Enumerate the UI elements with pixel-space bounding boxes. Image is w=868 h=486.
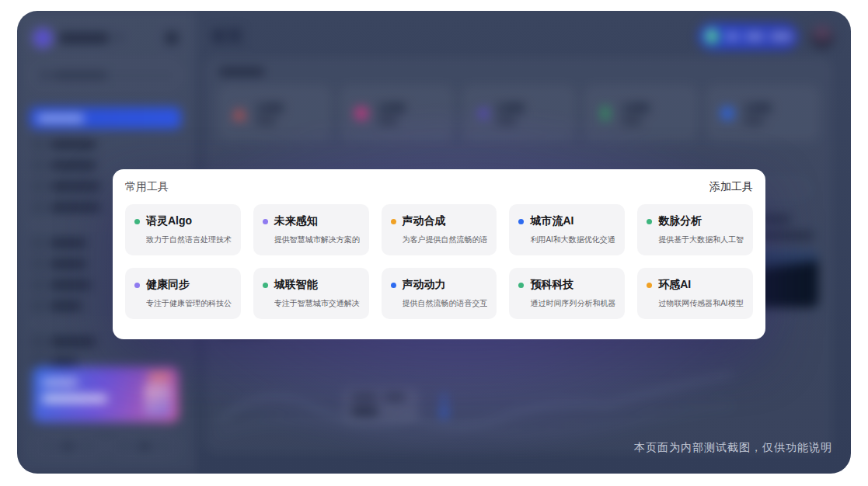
tool-card[interactable]: 未来感知 提供智慧城市解决方案的创... [253,204,369,255]
tool-name: 环感AI [658,278,691,292]
sidebar-item-active[interactable] [30,107,181,129]
stat-label-placeholder [256,119,276,124]
chevron-down-icon[interactable] [115,36,123,40]
tool-description: 通过时间序列分析和机器学... [530,298,615,309]
tool-description: 提供自然流畅的语音交互解... [403,298,488,309]
stats-section-label-placeholder [219,68,264,75]
tool-name: 健康同步 [146,278,190,292]
chart-tooltip [343,388,418,422]
tool-status-dot-icon [391,219,396,224]
sidebar-promo-card[interactable] [33,366,179,422]
tool-status-dot-icon [518,283,524,288]
tool-card[interactable]: 数脉分析 提供基于大数据和人工智能... [637,204,753,255]
stat-label-placeholder [378,119,398,124]
sidebar-bottom-button-1[interactable] [33,436,102,456]
tool-name: 未来感知 [274,214,318,228]
stat-icon [354,106,368,120]
tool-status-dot-icon [518,219,524,224]
stat-icon [476,106,487,120]
modal-title: 常用工具 [125,180,169,194]
tool-description: 为客户提供自然流畅的语音... [403,234,488,245]
tool-name: 声动动力 [403,278,446,292]
tool-status-dot-icon [647,283,652,288]
tool-name: 城市流AI [530,214,573,228]
stat-value: 1289 [744,102,772,115]
tool-name: 语灵Algo [146,214,192,228]
stat-value: 1289 [622,102,650,115]
promo-badge [148,373,171,380]
app-logo [33,28,53,48]
tool-name: 数脉分析 [658,214,702,228]
tool-status-dot-icon [134,283,140,288]
stat-value: 1289 [378,102,406,115]
workspace-name-placeholder [59,33,109,43]
stat-label-placeholder [744,119,764,124]
stat-label-placeholder [622,119,642,124]
tool-description: 提供基于大数据和人工智能... [658,234,744,245]
avatar[interactable] [810,25,834,48]
trend-chart-section [219,328,716,444]
tool-description: 专注于智慧城市交通解决方... [274,298,360,309]
page-title: 首页 [211,26,244,47]
sidebar-collapse-icon[interactable] [166,32,178,44]
stat-icon [720,106,734,120]
tool-card[interactable]: 环感AI 过物联网传感器和AI模型实... [637,268,753,319]
stat-label-placeholder [497,119,517,124]
watermark-note: 本页面为内部测试截图，仅供功能说明 [634,441,832,455]
stat-card: 1289 [341,86,452,141]
primary-action-button[interactable] [699,23,798,50]
common-tools-modal: 常用工具 添加工具 语灵Algo 致力于自然语言处理技术的... 未来感知 提供… [113,169,765,339]
tool-status-dot-icon [391,283,396,288]
stat-value: 1289 [497,102,525,115]
tool-card[interactable]: 预科科技 通过时间序列分析和机器学... [509,268,625,319]
sidebar-item[interactable] [33,134,178,154]
stats-row: 1289 1289 1289 1289 1289 [219,86,818,141]
tool-card[interactable]: 语灵Algo 致力于自然语言处理技术的... [125,204,241,255]
add-tool-button[interactable]: 添加工具 [709,180,753,194]
line-chart [219,359,732,444]
stat-card: 1289 [463,86,574,141]
tool-description: 利用AI和大数据优化交通流... [530,234,615,245]
tool-description: 过物联网传感器和AI模型实... [658,298,744,309]
tool-description: 提供智慧城市解决方案的创... [274,234,360,245]
tool-name: 城联智能 [274,278,318,292]
status-orb-icon [705,29,720,44]
tool-card[interactable]: 健康同步 专注于健康管理的科技公司... [125,268,241,319]
sidebar-bottom-button-2[interactable] [110,436,179,456]
tool-name: 声动合成 [403,214,446,228]
tool-grid: 语灵Algo 致力于自然语言处理技术的... 未来感知 提供智慧城市解决方案的创… [125,204,753,319]
tool-status-dot-icon [263,219,268,224]
tool-status-dot-icon [263,283,268,288]
stat-value: 1289 [256,102,284,115]
tool-description: 致力于自然语言处理技术的... [146,234,232,245]
tool-card[interactable]: 声动合成 为客户提供自然流畅的语音... [382,204,497,255]
stat-card: 1289 [585,86,696,141]
promo-image [145,384,171,416]
tool-status-dot-icon [647,219,652,224]
tool-description: 专注于健康管理的科技公司... [146,298,232,309]
stat-card: 1289 [219,86,330,141]
chart-marker [443,393,445,413]
sidebar-search-input[interactable] [33,64,178,87]
tool-card[interactable]: 声动动力 提供自然流畅的语音交互解... [382,268,497,319]
stat-icon [232,107,246,120]
search-icon [40,71,48,79]
tool-card[interactable]: 城联智能 专注于智慧城市交通解决方... [253,268,369,319]
stat-card: 1289 [707,86,818,141]
tool-name: 预科科技 [530,278,573,292]
stat-icon [602,106,608,120]
tool-card[interactable]: 城市流AI 利用AI和大数据优化交通流... [509,204,625,255]
tool-status-dot-icon [134,219,140,224]
